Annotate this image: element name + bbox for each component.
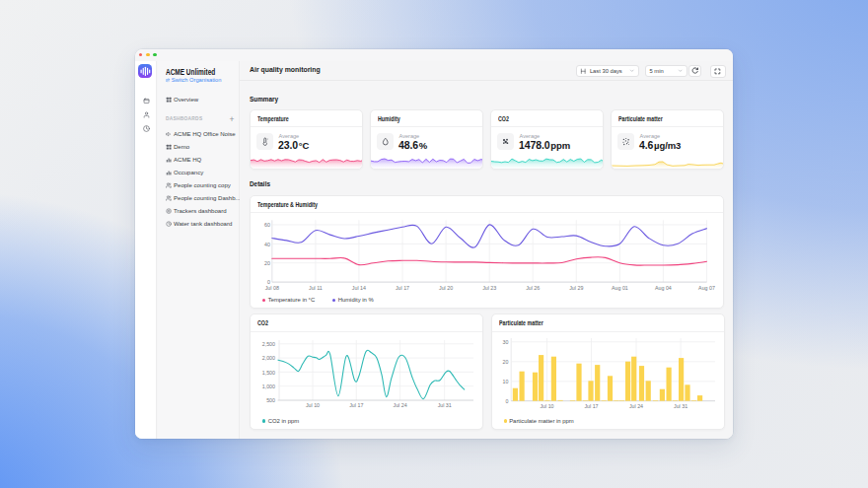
svg-text:Jul 17: Jul 17 [584,403,598,409]
svg-text:Jul 31: Jul 31 [674,403,687,409]
svg-text:Jul 10: Jul 10 [540,403,553,409]
svg-text:Jul 08: Jul 08 [265,284,279,290]
svg-text:500: 500 [266,397,275,403]
svg-text:Jul 31: Jul 31 [438,402,452,408]
svg-text:Aug 04: Aug 04 [655,284,672,290]
svg-text:2,000: 2,000 [262,355,275,361]
svg-text:60: 60 [264,222,270,228]
svg-text:30: 30 [502,339,508,345]
svg-text:Jul 24: Jul 24 [628,403,642,409]
svg-text:Aug 07: Aug 07 [698,284,715,290]
svg-text:Jul 17: Jul 17 [349,402,363,408]
svg-text:Jul 29: Jul 29 [569,284,583,290]
svg-text:20: 20 [502,359,508,365]
svg-text:Jul 17: Jul 17 [396,284,409,290]
svg-text:Jul 26: Jul 26 [526,284,540,290]
svg-text:1,500: 1,500 [262,370,275,376]
svg-text:20: 20 [264,259,270,265]
svg-text:2,500: 2,500 [262,341,275,347]
svg-text:Jul 14: Jul 14 [352,284,366,290]
svg-text:10: 10 [502,379,508,384]
svg-text:Jul 11: Jul 11 [309,284,323,290]
svg-text:Jul 10: Jul 10 [306,402,320,408]
svg-text:0: 0 [505,398,508,404]
svg-text:Jul 20: Jul 20 [439,284,453,290]
svg-text:40: 40 [264,241,270,246]
svg-text:Jul 24: Jul 24 [394,402,407,408]
svg-text:Aug 01: Aug 01 [612,284,628,290]
svg-text:Jul 23: Jul 23 [482,284,496,290]
svg-text:1,000: 1,000 [262,383,275,389]
